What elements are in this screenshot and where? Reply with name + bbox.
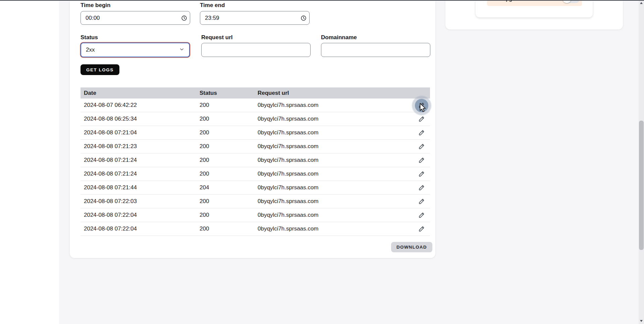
cell-request_url: 0byqylci7h.sprsaas.com [258,171,413,177]
cell-date: 2024-08-08 07:21:23 [80,143,200,150]
cell-status: 200 [200,143,258,150]
request-url-input[interactable] [201,43,311,57]
clock-icon[interactable] [181,15,187,23]
status-select[interactable]: 2xx [80,43,190,57]
cell-status: 204 [200,184,258,191]
edit-button[interactable] [413,195,430,208]
cell-date: 2024-08-07 06:42:22 [80,102,200,109]
cell-request_url: 0byqylci7h.sprsaas.com [258,157,413,164]
table-row: 2024-08-08 07:21:242000byqylci7h.sprsaas… [80,153,430,167]
table-row: 2024-08-08 07:21:232000byqylci7h.sprsaas… [80,140,430,153]
edit-button[interactable] [413,153,430,167]
cell-status: 200 [200,212,258,218]
clock-icon[interactable] [300,15,307,23]
scrollbar-up-arrow-icon[interactable] [640,2,643,4]
edit-pencil-icon [418,156,425,164]
get-logs-button[interactable]: GET LOGS [80,64,119,75]
cell-request_url: 0byqylci7h.sprsaas.com [258,184,413,191]
table-row: 2024-08-07 06:42:222000byqylci7h.sprsaas… [80,99,430,112]
edit-button[interactable] [413,140,430,153]
column-header-date: Date [80,90,200,96]
cell-status: 200 [200,102,258,109]
edit-pencil-icon [418,225,425,233]
table-body: 2024-08-07 06:42:222000byqylci7h.sprsaas… [80,99,430,236]
domainname-input[interactable] [321,43,430,57]
time-begin-input[interactable] [80,11,190,25]
cell-request_url: 0byqylci7h.sprsaas.com [258,102,413,109]
column-header-request-url: Request url [258,90,413,96]
edit-button[interactable] [413,208,430,222]
cell-date: 2024-08-08 07:21:24 [80,171,200,177]
cell-status: 200 [200,225,258,232]
cell-date: 2024-08-08 07:22:04 [80,225,200,232]
logs-panel: Time begin Time end Status 2xx Request u… [70,1,435,258]
cell-date: 2024-08-08 07:21:04 [80,129,200,136]
edit-button[interactable] [413,181,430,195]
edit-button[interactable] [413,99,430,112]
scrollbar-thumb[interactable] [639,121,644,250]
edit-button[interactable] [413,126,430,140]
logs-table: Date Status Request url 2024-08-07 06:42… [80,87,430,236]
cell-date: 2024-08-08 07:22:04 [80,212,200,218]
edit-button[interactable] [413,112,430,126]
edit-pencil-icon [418,129,425,136]
cell-status: 200 [200,198,258,205]
table-row: 2024-08-08 07:21:042000byqylci7h.sprsaas… [80,126,430,140]
download-button[interactable]: DOWNLOAD [391,242,432,252]
edit-pencil-icon [418,211,425,219]
edit-pencil-icon [418,115,425,123]
edit-pencil-icon [418,170,425,178]
time-end-label: Time end [200,2,225,9]
time-begin-label: Time begin [80,2,110,9]
chevron-down-icon [179,47,184,54]
domainname-label: Domainname [321,34,357,41]
cell-request_url: 0byqylci7h.sprsaas.com [258,225,413,232]
request-url-label: Request url [201,34,233,41]
table-row: 2024-08-08 07:22:032000byqylci7h.sprsaas… [80,195,430,208]
page-scrollbar[interactable] [639,0,644,324]
mouse-cursor [419,103,426,113]
right-panel: Auto-upgrade [445,1,623,29]
cell-status: 200 [200,116,258,122]
edit-button[interactable] [413,167,430,181]
upgrade-card: Auto-upgrade [476,0,593,17]
cell-status: 200 [200,157,258,164]
edit-pencil-icon [418,184,425,191]
table-row: 2024-08-08 07:21:442040byqylci7h.sprsaas… [80,181,430,195]
table-row: 2024-08-08 06:25:342000byqylci7h.sprsaas… [80,112,430,126]
cell-status: 200 [200,171,258,177]
edit-button[interactable] [413,222,430,236]
edit-pencil-icon [418,143,425,150]
table-row: 2024-08-08 07:21:242000byqylci7h.sprsaas… [80,167,430,181]
table-header-row: Date Status Request url [80,87,430,99]
auto-upgrade-row: Auto-upgrade [487,0,582,6]
cell-status: 200 [200,129,258,136]
cell-date: 2024-08-08 07:21:44 [80,184,200,191]
edit-pencil-icon [418,198,425,205]
cell-request_url: 0byqylci7h.sprsaas.com [258,129,413,136]
time-end-input[interactable] [200,11,310,25]
cell-date: 2024-08-08 06:25:34 [80,116,200,122]
table-row: 2024-08-08 07:22:042000byqylci7h.sprsaas… [80,208,430,222]
top-border-line [0,0,644,1]
cell-request_url: 0byqylci7h.sprsaas.com [258,198,413,205]
status-select-value: 2xx [86,47,95,53]
table-row: 2024-08-08 07:22:042000byqylci7h.sprsaas… [80,222,430,236]
column-header-status: Status [200,90,258,96]
cell-date: 2024-08-08 07:22:03 [80,198,200,205]
cell-request_url: 0byqylci7h.sprsaas.com [258,116,413,122]
cell-date: 2024-08-08 07:21:24 [80,157,200,164]
scrollbar-down-arrow-icon[interactable] [640,320,643,322]
cell-request_url: 0byqylci7h.sprsaas.com [258,212,413,218]
cell-request_url: 0byqylci7h.sprsaas.com [258,143,413,150]
left-sidebar [0,0,59,324]
status-label: Status [80,34,98,41]
